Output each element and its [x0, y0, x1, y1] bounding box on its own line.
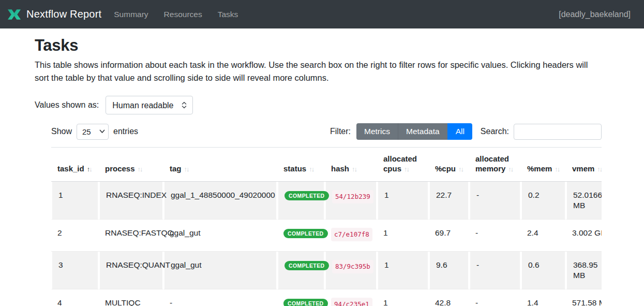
navbar: Nextflow Report SummaryResourcesTasks [d…: [0, 0, 644, 28]
sort-down-arrow: ↓: [311, 165, 314, 173]
nextflow-logo-icon: [7, 8, 21, 21]
column-header-allocated-cpus[interactable]: allocated cpus↑↓: [377, 147, 429, 182]
column-header-tag[interactable]: tag↑↓: [163, 147, 277, 182]
filter-button-all[interactable]: All: [447, 123, 472, 140]
values-format-row: Values shown as: Human readable: [35, 96, 602, 114]
cell-status: COMPLETED: [277, 252, 325, 289]
nav-item-summary[interactable]: Summary: [114, 10, 148, 19]
cell-hash: 54/12b239: [325, 182, 377, 220]
cell-task-id: 2: [51, 220, 99, 252]
cell-task-id: 4: [51, 289, 99, 306]
filter-group: Filter: MetricsMetadataAll: [330, 123, 472, 140]
sort-down-arrow: ↓: [407, 165, 409, 173]
page-title: Tasks: [35, 36, 602, 55]
search-input[interactable]: [514, 124, 602, 140]
sort-arrows-icon: ↑↓: [184, 165, 189, 173]
cell-allocated-cpus: 1: [377, 220, 429, 252]
sort-arrows-icon: ↑↓: [309, 165, 313, 173]
table-row-2: 2RNASEQ:FASTQCggal_gutCOMPLETEDc7/e107f8…: [51, 220, 602, 252]
cell-tag: ggal_1_48850000_49020000: [163, 182, 277, 220]
column-header-hash[interactable]: hash↑↓: [325, 147, 377, 182]
cell-pmem: 0.2: [521, 182, 566, 220]
cell-allocated-cpus: 1: [377, 182, 429, 220]
table-row-1: 1RNASEQ:INDEXggal_1_48850000_49020000COM…: [51, 182, 602, 220]
cell-vmem: 3.002 GB: [566, 220, 602, 252]
task-hash-code: 54/12b239: [332, 190, 373, 203]
cell-pmem: 1.4: [521, 289, 566, 306]
table-row-3: 3RNASEQ:QUANTggal_gutCOMPLETED83/9c395b1…: [51, 252, 602, 289]
column-label: vmem: [572, 164, 594, 173]
sort-arrows-icon: ↑↓: [138, 165, 142, 173]
column-header-allocated-memory[interactable]: allocated memory↑↓: [469, 147, 521, 182]
task-hash-code: 94/c235e1: [331, 298, 372, 306]
task-hash-code: c7/e107f8: [331, 228, 372, 241]
column-header-pcpu[interactable]: %cpu↑↓: [429, 147, 469, 182]
cell-pcpu: 42.8: [429, 289, 469, 306]
filter-button-metrics[interactable]: Metrics: [356, 123, 398, 140]
tasks-table-container[interactable]: task_id↑↓process↑↓tag↑↓status↑↓hash↑↓all…: [51, 147, 602, 306]
show-label: Show: [51, 127, 72, 136]
cell-tag: ggal_gut: [163, 220, 277, 252]
cell-status: COMPLETED: [277, 220, 325, 252]
table-controls: Show 25 entries Filter: MetricsMetadataA…: [51, 123, 602, 140]
cell-vmem: 52.0166 MB: [566, 182, 602, 220]
values-format-select[interactable]: Human readable: [106, 96, 193, 114]
cell-allocated-memory: -: [469, 289, 521, 306]
cell-vmem: 571.58 MB: [566, 289, 602, 306]
cell-process: MULTIQC: [99, 289, 163, 306]
datatable-wrapper: Show 25 entries Filter: MetricsMetadataA…: [51, 123, 602, 306]
cell-process: RNASEQ:QUANT: [99, 252, 163, 289]
cell-allocated-memory: -: [469, 220, 521, 252]
column-header-pmem[interactable]: %mem↑↓: [521, 147, 566, 182]
cell-tag: -: [163, 289, 277, 306]
nav-item-tasks[interactable]: Tasks: [218, 10, 238, 19]
status-badge: COMPLETED: [284, 261, 329, 270]
sort-arrows-icon: ↑↓: [87, 165, 92, 173]
column-label: process: [105, 164, 135, 173]
sort-arrows-icon: ↑↓: [404, 165, 409, 173]
column-header-vmem[interactable]: vmem↑↓: [566, 147, 602, 182]
column-label: task_id: [57, 164, 84, 173]
tasks-table: task_id↑↓process↑↓tag↑↓status↑↓hash↑↓all…: [51, 147, 602, 306]
cell-allocated-cpus: 1: [377, 289, 429, 306]
status-badge: COMPLETED: [284, 191, 329, 200]
column-header-task-id[interactable]: task_id↑↓: [51, 147, 99, 182]
cell-process: RNASEQ:INDEX: [99, 182, 163, 220]
sort-arrows-icon: ↑↓: [597, 165, 602, 173]
column-label: allocated memory: [475, 154, 509, 173]
column-header-status[interactable]: status↑↓: [277, 147, 325, 182]
sort-down-arrow: ↓: [89, 165, 92, 173]
tasks-table-head: task_id↑↓process↑↓tag↑↓status↑↓hash↑↓all…: [51, 147, 602, 182]
cell-hash: c7/e107f8: [325, 220, 377, 252]
column-label: status: [283, 164, 306, 173]
column-label: %cpu: [435, 164, 456, 173]
cell-pmem: 0.6: [521, 252, 566, 289]
values-format-label: Values shown as:: [35, 100, 99, 110]
sort-down-arrow: ↓: [140, 165, 142, 173]
entries-label: entries: [113, 127, 138, 136]
cell-tag: ggal_gut: [163, 252, 277, 289]
filter-button-metadata[interactable]: Metadata: [398, 123, 447, 140]
cell-process: RNASEQ:FASTQC: [99, 220, 163, 252]
page-description: This table shows information about each …: [35, 59, 602, 84]
cell-pcpu: 9.6: [429, 252, 469, 289]
cell-pmem: 2.4: [521, 220, 566, 252]
navbar-menu: SummaryResourcesTasks: [114, 10, 238, 19]
cell-task-id: 3: [51, 252, 99, 289]
sort-down-arrow: ↓: [600, 165, 602, 173]
status-badge: COMPLETED: [283, 229, 328, 238]
cell-task-id: 1: [51, 182, 99, 220]
column-label: allocated cpus: [383, 154, 417, 173]
sort-arrows-icon: ↑↓: [555, 165, 559, 173]
page-length-select[interactable]: 25: [77, 124, 109, 140]
column-header-process[interactable]: process↑↓: [99, 147, 163, 182]
table-row-4: 4MULTIQC-COMPLETED94/c235e1142.8-1.4571.…: [51, 289, 602, 306]
task-hash-code: 83/9c395b: [332, 260, 373, 273]
navbar-brand[interactable]: Nextflow Report: [7, 8, 101, 21]
filter-button-group: MetricsMetadataAll: [356, 123, 472, 140]
sort-down-arrow: ↓: [461, 165, 463, 173]
search-group: Search:: [481, 124, 602, 140]
cell-allocated-memory: -: [469, 252, 521, 289]
nav-item-resources[interactable]: Resources: [164, 10, 202, 19]
sort-down-arrow: ↓: [511, 165, 513, 173]
